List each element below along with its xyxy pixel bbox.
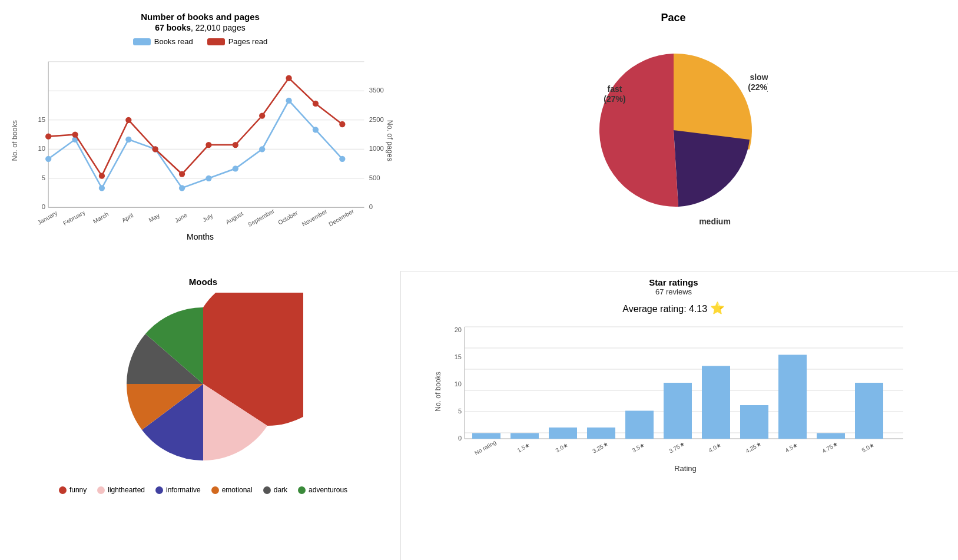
svg-text:5: 5	[458, 407, 462, 415]
svg-text:1.5★: 1.5★	[516, 441, 531, 453]
inf-label: informative	[166, 486, 201, 494]
svg-text:15: 15	[455, 353, 462, 360]
adv-label: adventurous	[309, 486, 347, 494]
svg-text:3500: 3500	[369, 87, 384, 94]
svg-point-49	[205, 142, 211, 148]
svg-text:3.5★: 3.5★	[631, 441, 646, 453]
line-chart-section: Number of books and pages 67 books, 22,0…	[0, 0, 400, 271]
line-chart-svg: 0 5 10 15 0 500 1000 2500 3500 January F…	[6, 49, 395, 238]
mood-dark-legend: dark	[263, 486, 287, 494]
bar-no-rating	[472, 433, 500, 439]
svg-point-34	[125, 137, 131, 143]
fast-label: fast	[607, 84, 622, 94]
dark-label: dark	[274, 486, 287, 494]
line-chart-title: Number of books and pages	[6, 12, 395, 22]
svg-point-52	[286, 75, 291, 81]
line-chart-legend: Books read Pages read	[6, 37, 395, 46]
svg-point-54	[339, 121, 345, 127]
svg-text:4.75★: 4.75★	[821, 440, 838, 455]
svg-text:1000: 1000	[369, 145, 384, 152]
bar-3-25	[587, 428, 615, 439]
fast-pct: (27%)	[604, 94, 625, 104]
svg-text:September: September	[247, 207, 276, 228]
svg-text:10: 10	[455, 380, 462, 387]
svg-text:No rating: No rating	[473, 439, 498, 456]
bar-3-75	[664, 383, 692, 439]
svg-text:August: August	[224, 210, 244, 226]
moods-legend: funny lighthearted informative emotional…	[59, 486, 347, 494]
svg-point-33	[99, 185, 105, 191]
slow-pct: (22%)	[748, 82, 768, 92]
funny-dot	[59, 486, 67, 494]
pace-pie-svg: fast (27%) slow (22%) medium (51%)	[579, 36, 768, 224]
svg-text:January: January	[37, 210, 59, 226]
ratings-title: Star ratings	[407, 277, 940, 287]
svg-text:0: 0	[42, 203, 45, 210]
dark-dot	[263, 486, 271, 494]
pace-pie-container: fast (27%) slow (22%) medium (51%)	[579, 36, 768, 224]
lh-label: lighthearted	[108, 486, 145, 494]
main-container: Number of books and pages 67 books, 22,0…	[0, 0, 958, 560]
svg-text:0: 0	[369, 203, 373, 210]
svg-text:15: 15	[38, 116, 45, 123]
mood-em-legend: emotional	[211, 486, 253, 494]
svg-point-50	[233, 142, 238, 148]
svg-text:4.5★: 4.5★	[784, 441, 799, 453]
bar-chart-svg: 0 5 10 15 20 No. of books No rating 1.5★	[407, 321, 940, 474]
svg-text:February: February	[62, 208, 87, 227]
svg-text:5: 5	[42, 174, 45, 181]
bar-4-5	[778, 355, 807, 439]
mood-funny-legend: funny	[59, 486, 87, 494]
svg-text:December: December	[327, 208, 355, 228]
svg-point-40	[286, 98, 291, 104]
svg-text:3.75★: 3.75★	[668, 440, 685, 455]
svg-point-31	[45, 156, 51, 162]
inf-dot	[155, 486, 163, 494]
bar-3-0	[549, 428, 577, 439]
bar-5-0	[855, 383, 883, 439]
svg-point-41	[313, 127, 319, 132]
svg-text:March: March	[92, 211, 110, 225]
svg-text:4.25★: 4.25★	[744, 440, 762, 455]
pace-title: Pace	[412, 12, 934, 24]
svg-text:3.0★: 3.0★	[555, 441, 569, 453]
svg-point-46	[125, 117, 131, 123]
adv-dot	[298, 486, 306, 494]
pages-legend-item: Pages read	[207, 37, 268, 46]
svg-text:No. of books: No. of books	[11, 120, 19, 161]
svg-text:5.0★: 5.0★	[861, 441, 876, 453]
svg-point-36	[179, 185, 185, 191]
pace-medium-slice	[599, 54, 678, 207]
pages-legend-label: Pages read	[228, 37, 268, 46]
pages-legend-color	[207, 38, 225, 45]
svg-point-47	[153, 146, 158, 152]
svg-text:4.0★: 4.0★	[708, 441, 722, 453]
em-label: emotional	[222, 486, 253, 494]
bar-4-25	[740, 405, 768, 439]
svg-point-37	[205, 175, 211, 181]
mood-adv-legend: adventurous	[298, 486, 347, 494]
svg-text:500: 500	[369, 174, 380, 181]
moods-title: Moods	[189, 277, 217, 287]
avg-rating: Average rating: 4.13 ⭐	[407, 301, 940, 315]
svg-text:0: 0	[458, 435, 462, 442]
medium-label: medium	[699, 217, 731, 224]
books-legend-label: Books read	[154, 37, 193, 46]
svg-text:October: October	[277, 210, 299, 226]
pace-slow-slice	[674, 130, 750, 207]
ratings-section: Star ratings 67 reviews Average rating: …	[400, 271, 958, 560]
svg-text:May: May	[148, 212, 161, 224]
svg-text:2500: 2500	[369, 116, 384, 123]
svg-point-38	[233, 165, 238, 171]
bar-4-75	[817, 433, 845, 439]
svg-text:Rating: Rating	[674, 464, 697, 473]
svg-text:3.25★: 3.25★	[591, 440, 609, 455]
svg-text:No. of pages: No. of pages	[386, 120, 394, 161]
funny-label: funny	[69, 486, 87, 494]
bar-1-5	[511, 433, 539, 439]
svg-point-51	[259, 112, 265, 118]
ratings-subtitle: 67 reviews	[407, 287, 940, 296]
books-legend-color	[133, 38, 151, 45]
bar-3-5	[625, 411, 654, 439]
lh-dot	[97, 486, 105, 494]
